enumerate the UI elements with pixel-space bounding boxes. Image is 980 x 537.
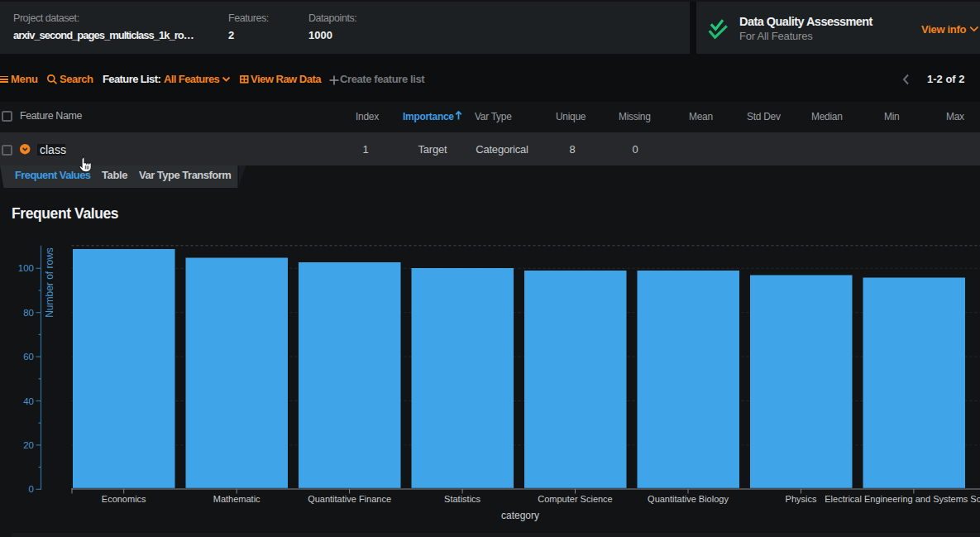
svg-text:Statistics: Statistics xyxy=(444,494,481,504)
svg-text:0: 0 xyxy=(29,484,34,494)
svg-text:Physics: Physics xyxy=(786,494,817,504)
svg-text:Electrical Engineering and Sys: Electrical Engineering and Systems Scien… xyxy=(825,494,980,504)
svg-text:Economics: Economics xyxy=(102,494,146,504)
svg-text:Quantitative Biology: Quantitative Biology xyxy=(648,494,729,504)
svg-text:60: 60 xyxy=(23,352,34,362)
svg-text:category: category xyxy=(501,510,539,521)
svg-text:Mathematic: Mathematic xyxy=(213,494,261,504)
svg-text:20: 20 xyxy=(23,440,34,450)
svg-text:40: 40 xyxy=(23,396,34,406)
svg-text:Quantitative Finance: Quantitative Finance xyxy=(308,494,391,504)
svg-text:Number of rows: Number of rows xyxy=(44,247,55,318)
svg-text:80: 80 xyxy=(23,308,34,318)
svg-text:100: 100 xyxy=(18,263,34,273)
svg-text:Computer Science: Computer Science xyxy=(538,494,613,504)
